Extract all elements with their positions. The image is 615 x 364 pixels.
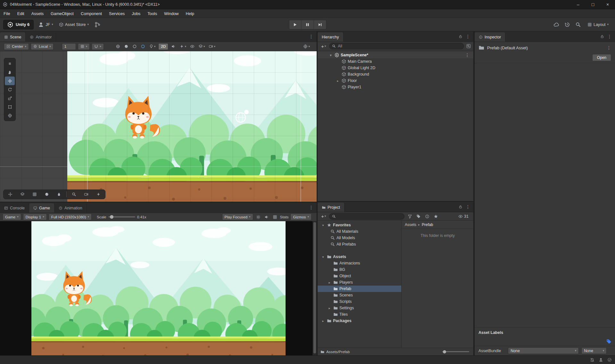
search-icon[interactable] — [575, 22, 581, 28]
close-button[interactable]: × — [600, 0, 615, 9]
tab-inspector[interactable]: Inspector — [475, 32, 505, 42]
overlay-search-button[interactable] — [69, 190, 79, 198]
assets-root[interactable]: ▾ Assets — [318, 254, 401, 260]
hierarchy-item-main-camera[interactable]: Main Camera — [318, 58, 473, 65]
skybox-toggle[interactable] — [115, 43, 121, 50]
tab-project[interactable]: Project — [318, 203, 345, 212]
snap-settings-dropdown[interactable]: ▾ — [92, 43, 104, 50]
search-by-label-button[interactable] — [415, 213, 422, 220]
breadcrumb-root[interactable]: Assets — [405, 222, 416, 227]
hierarchy-search-input[interactable]: All — [329, 43, 464, 49]
breadcrumb-current[interactable]: Prefab — [422, 222, 433, 227]
scene-camera-dropdown[interactable]: ▾ — [208, 43, 216, 50]
unity-version-chip[interactable]: Unity 6 — [3, 20, 34, 29]
favorite-all-prefabs[interactable]: All Prefabs — [318, 241, 401, 247]
hierarchy-create-button[interactable]: + ▾ — [320, 43, 327, 50]
inspector-lock-icon[interactable] — [600, 35, 604, 38]
overlay-sphere-button[interactable] — [42, 190, 52, 198]
overlay-camera-button[interactable] — [81, 190, 91, 198]
assets-foldout-icon[interactable]: ▾ — [321, 255, 325, 259]
folder-players[interactable]: ▸ Players — [318, 279, 401, 286]
overlay-grid-button[interactable] — [30, 190, 39, 198]
packages-root[interactable]: ▸ Packages — [318, 318, 401, 324]
view-tool-button[interactable] — [5, 68, 15, 77]
overlay-particles-button[interactable] — [94, 190, 103, 198]
folder-bg[interactable]: BG — [318, 266, 401, 273]
assetbundle-dropdown[interactable]: None ▾ — [508, 347, 579, 354]
menu-gameobject[interactable]: GameObject — [47, 9, 77, 18]
layers-dropdown[interactable]: ▾ — [197, 43, 206, 50]
effects-dropdown[interactable]: ▾ — [179, 43, 187, 50]
game-gizmos-dropdown[interactable]: Gizmos ▾ — [290, 214, 312, 220]
folder-scenes[interactable]: Scenes — [318, 292, 401, 298]
vsync-toggle[interactable] — [255, 214, 262, 221]
wireframe-toggle[interactable] — [131, 43, 138, 50]
menu-assets[interactable]: Assets — [28, 9, 47, 18]
display-dropdown[interactable]: Display 1 ▾ — [23, 214, 47, 220]
hierarchy-scene-row[interactable]: ▾ SampleScene* ⋮ — [318, 52, 473, 58]
tab-animator[interactable]: Animator — [26, 32, 56, 42]
project-search-input[interactable] — [329, 213, 404, 220]
game-panel-menu-icon[interactable]: ⋮ — [309, 205, 313, 210]
folder-scripts[interactable]: Scripts — [318, 298, 401, 305]
tab-game[interactable]: Game — [29, 203, 54, 213]
favorite-all-models[interactable]: All Models — [318, 235, 401, 241]
thumbnail-size-slider[interactable] — [442, 351, 469, 352]
layout-dropdown[interactable]: Layout ▾ — [586, 20, 610, 29]
favorite-all-materials[interactable]: All Materials — [318, 228, 401, 235]
thumbnail-slider-knob[interactable] — [443, 350, 446, 353]
tab-hierarchy[interactable]: Hierarchy — [318, 32, 344, 42]
tab-animation[interactable]: Animation — [54, 203, 87, 213]
save-search-button[interactable] — [433, 213, 439, 220]
tab-scene[interactable]: Scene — [0, 32, 26, 42]
rotate-tool-button[interactable] — [5, 85, 15, 94]
metal-grid-toggle[interactable] — [272, 214, 278, 221]
notifications-muted-icon[interactable] — [590, 358, 594, 362]
cloud-icon[interactable] — [553, 22, 559, 28]
play-button[interactable] — [289, 20, 301, 29]
pause-button[interactable] — [301, 20, 314, 29]
grid-visual-dropdown[interactable]: ▾ — [78, 43, 90, 50]
hierarchy-item-background[interactable]: Background — [318, 71, 473, 77]
hierarchy-picker-icon[interactable] — [466, 44, 471, 48]
folder-object[interactable]: Object — [318, 273, 401, 279]
menu-jobs[interactable]: Jobs — [128, 9, 144, 18]
asset-store-button[interactable]: Asset Store ▾ — [58, 20, 90, 29]
floor-foldout-icon[interactable]: ▸ — [336, 79, 340, 83]
hidden-objects-toggle[interactable] — [189, 43, 195, 50]
scene-lighting-toggle[interactable] — [140, 43, 146, 50]
scene-row-menu-icon[interactable]: ⋮ — [465, 53, 470, 57]
scale-slider-knob[interactable] — [110, 215, 113, 219]
step-button[interactable] — [314, 20, 326, 29]
scene-audio-toggle[interactable] — [170, 43, 177, 50]
status-check-icon[interactable] — [607, 358, 612, 362]
menu-window[interactable]: Window — [161, 9, 182, 18]
tool-rotation-dropdown[interactable]: Local ▾ — [31, 43, 54, 50]
lighting-dropdown[interactable]: ▾ — [148, 43, 157, 50]
settings-foldout-icon[interactable]: ▸ — [327, 306, 332, 310]
account-menu[interactable]: JF ▾ — [37, 20, 54, 29]
mute-audio-toggle[interactable] — [263, 214, 270, 221]
minimize-button[interactable]: – — [571, 0, 586, 9]
overlay-paint-button[interactable] — [54, 190, 64, 198]
folder-tiles[interactable]: Tiles — [318, 311, 401, 318]
grid-size-field[interactable]: 1 — [62, 43, 76, 50]
visible-items-counter[interactable]: 31 — [457, 213, 470, 220]
stats-button[interactable]: Stats — [280, 215, 289, 219]
favorites-foldout-icon[interactable]: ▾ — [321, 223, 325, 227]
open-button[interactable]: Open — [592, 54, 611, 61]
project-menu-icon[interactable]: ⋮ — [466, 205, 470, 209]
game-viewport[interactable] — [0, 221, 317, 355]
menu-edit[interactable]: Edit — [14, 9, 28, 18]
inspector-header-menu-icon[interactable]: ⋮ — [607, 45, 611, 50]
hierarchy-menu-icon[interactable]: ⋮ — [466, 34, 470, 39]
menu-tools[interactable]: Tools — [144, 9, 161, 18]
version-control-button[interactable] — [93, 20, 102, 29]
project-create-button[interactable]: + ▾ — [320, 213, 327, 220]
game-vertical-scrollbar[interactable] — [312, 221, 317, 355]
tools-overlay-handle[interactable]: ≡ — [5, 59, 15, 68]
project-lock-icon[interactable] — [459, 205, 462, 209]
maximize-button[interactable]: □ — [586, 0, 600, 9]
tab-console[interactable]: Console — [0, 203, 29, 213]
favorites-root[interactable]: ▾ Favorites — [318, 222, 401, 228]
